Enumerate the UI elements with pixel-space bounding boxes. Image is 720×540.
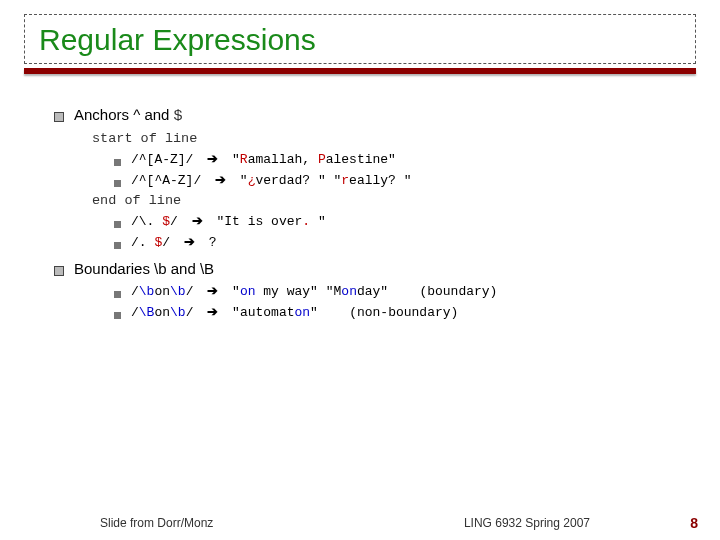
regex-special: \b bbox=[170, 305, 186, 320]
result-text: "automat bbox=[232, 305, 294, 320]
note-text: (non-boundary) bbox=[349, 305, 458, 320]
title-container: Regular Expressions bbox=[24, 14, 696, 64]
regex-code: / bbox=[131, 305, 139, 320]
match-highlight: r bbox=[341, 173, 349, 188]
arrow-icon: ➔ bbox=[184, 234, 195, 249]
footer-credit: Slide from Dorr/Monz bbox=[100, 516, 213, 530]
footer-page-number: 8 bbox=[690, 515, 698, 531]
match-highlight: on bbox=[240, 284, 256, 299]
small-square-icon bbox=[114, 180, 121, 187]
sub-start-of-line: start of line bbox=[92, 131, 672, 146]
small-square-icon bbox=[114, 221, 121, 228]
match-highlight: on bbox=[341, 284, 357, 299]
result-text: " bbox=[310, 305, 318, 320]
example-row: /^[A-Z]/ ➔ "Ramallah, Palestine" bbox=[114, 151, 672, 167]
small-square-icon bbox=[114, 312, 121, 319]
regex-code: /. bbox=[131, 235, 154, 250]
result-text: amallah, bbox=[248, 152, 318, 167]
example-row: /\. $/ ➔ "It is over. " bbox=[114, 213, 672, 229]
result-text: day" bbox=[357, 284, 388, 299]
result-text: " bbox=[310, 214, 326, 229]
result-text: ? bbox=[209, 235, 217, 250]
small-square-icon bbox=[114, 242, 121, 249]
bullet-anchors: Anchors ^ and $ bbox=[54, 106, 672, 125]
example-row: /^[^A-Z]/ ➔ "¿verdad? " "really? " bbox=[114, 172, 672, 188]
regex-special: \B bbox=[139, 305, 155, 320]
regex-code: / bbox=[170, 214, 178, 229]
result-text: " bbox=[240, 173, 248, 188]
note-text: (boundary) bbox=[419, 284, 497, 299]
result-text: verdad? " " bbox=[255, 173, 341, 188]
result-text: " bbox=[232, 152, 240, 167]
example-row: /. $/ ➔ ? bbox=[114, 234, 672, 250]
slide-body: Anchors ^ and $ start of line /^[A-Z]/ ➔… bbox=[0, 74, 720, 320]
example-content: /^[A-Z]/ ➔ "Ramallah, Palestine" bbox=[131, 151, 396, 167]
square-bullet-icon bbox=[54, 112, 64, 122]
example-content: /. $/ ➔ ? bbox=[131, 234, 216, 250]
regex-code: on bbox=[154, 305, 170, 320]
slide-title: Regular Expressions bbox=[39, 23, 681, 57]
regex-code: on bbox=[154, 284, 170, 299]
square-bullet-icon bbox=[54, 266, 64, 276]
match-highlight: . bbox=[302, 214, 310, 229]
example-row: /\bon\b/ ➔ "on my way" "Monday" (boundar… bbox=[114, 283, 672, 299]
example-content: /^[^A-Z]/ ➔ "¿verdad? " "really? " bbox=[131, 172, 412, 188]
dollar-sign: $ bbox=[174, 108, 183, 125]
result-text: eally? " bbox=[349, 173, 411, 188]
example-content: /\bon\b/ ➔ "on my way" "Monday" (boundar… bbox=[131, 283, 497, 299]
regex-code: / bbox=[162, 235, 170, 250]
example-content: /\. $/ ➔ "It is over. " bbox=[131, 213, 326, 229]
arrow-icon: ➔ bbox=[207, 151, 218, 166]
regex-code: /\. bbox=[131, 214, 162, 229]
example-row: /\Bon\b/ ➔ "automaton" (non-boundary) bbox=[114, 304, 672, 320]
regex-code: / bbox=[131, 284, 139, 299]
regex-special: $ bbox=[162, 214, 170, 229]
arrow-icon: ➔ bbox=[192, 213, 203, 228]
bullet-boundaries: Boundaries \b and \B bbox=[54, 260, 672, 277]
bullet-text: Boundaries \b and \B bbox=[74, 260, 214, 277]
regex-special: \b bbox=[139, 284, 155, 299]
footer-course: LING 6932 Spring 2007 bbox=[464, 516, 590, 530]
match-highlight: R bbox=[240, 152, 248, 167]
match-highlight: P bbox=[318, 152, 326, 167]
result-text: "It is over bbox=[216, 214, 302, 229]
arrow-icon: ➔ bbox=[215, 172, 226, 187]
regex-special: \b bbox=[170, 284, 186, 299]
regex-code: /^[A-Z]/ bbox=[131, 152, 193, 167]
small-square-icon bbox=[114, 159, 121, 166]
small-square-icon bbox=[114, 291, 121, 298]
regex-code: / bbox=[186, 284, 194, 299]
match-highlight: on bbox=[295, 305, 311, 320]
anchors-label: Anchors ^ and bbox=[74, 106, 174, 123]
example-content: /\Bon\b/ ➔ "automaton" (non-boundary) bbox=[131, 304, 458, 320]
result-text: my way" "M bbox=[256, 284, 342, 299]
sub-end-of-line: end of line bbox=[92, 193, 672, 208]
regex-code: /^[^A-Z]/ bbox=[131, 173, 201, 188]
slide-footer: Slide from Dorr/Monz LING 6932 Spring 20… bbox=[0, 516, 720, 530]
result-text: alestine" bbox=[326, 152, 396, 167]
arrow-icon: ➔ bbox=[207, 283, 218, 298]
result-text: " bbox=[232, 284, 240, 299]
arrow-icon: ➔ bbox=[207, 304, 218, 319]
bullet-text: Anchors ^ and $ bbox=[74, 106, 183, 125]
regex-code: / bbox=[186, 305, 194, 320]
